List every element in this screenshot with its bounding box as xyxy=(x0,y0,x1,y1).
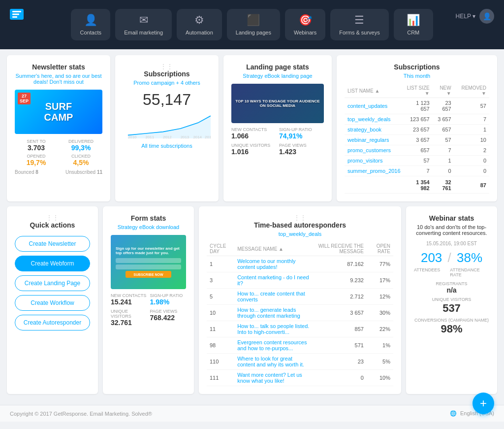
nav-item-crm[interactable]: 📊CRM xyxy=(394,9,433,40)
nav-item-email-marketing[interactable]: ✉Email marketing xyxy=(115,9,172,40)
landing-stats-card: Landing page stats Strategy eBook landin… xyxy=(223,55,332,201)
total-size: 1 354 982 xyxy=(404,176,433,194)
nav-items: 👤Contacts✉Email marketing⚙Automation⬛Lan… xyxy=(71,9,433,40)
table-row: 1Welcome to our monthly content updates!… xyxy=(207,256,393,272)
footer-copyright: Copyright © 2017 GetResponse. Email Mark… xyxy=(10,411,152,417)
table-row: top_weekly_deals123 6573 6577 xyxy=(345,114,489,125)
subscriptions-table: LIST NAME ▲ LIST SIZE ▼ NEW ▼ REMOVED ▼ … xyxy=(345,84,489,194)
nav-icon-email-marketing: ✉ xyxy=(139,14,148,27)
nav-item-webinars[interactable]: 🎯Webinars xyxy=(285,9,325,40)
col-list-name: LIST NAME ▲ xyxy=(345,84,404,98)
landing-page-views: PAGE VIEWS 1.423 xyxy=(279,143,324,156)
quick-actions-card: ⋮⋮ Quick actions Create NewsletterCreate… xyxy=(7,206,98,394)
svg-text:2010: 2010 xyxy=(128,135,137,138)
stat-bottom: Bounced 8 Unsubscribed 11 xyxy=(15,169,102,175)
col-cycle: CYCLE DAY xyxy=(207,242,234,256)
stat-delivered: DELIVERED 99,3% xyxy=(60,139,102,152)
nav-label-forms-surveys: Forms & surveys xyxy=(339,30,380,35)
subs-link[interactable]: All time subscriptions xyxy=(123,143,211,149)
total-label xyxy=(345,176,404,194)
autoresponders-table: CYCLE DAY MESSAGE NAME ▲ WILL RECEIVE TH… xyxy=(207,242,393,386)
nav-icon-landing-pages: ⬛ xyxy=(247,14,260,27)
nav-label-email-marketing: Email marketing xyxy=(124,30,163,35)
table-row: promo_visitors5710 xyxy=(345,156,489,166)
nav-label-landing-pages: Landing pages xyxy=(236,30,271,35)
webinar-registrants: REGISTRANTS n/a xyxy=(414,281,489,294)
autoresponders-card: ⋮⋮ Time-based autoresponders top_weekly_… xyxy=(199,206,401,394)
drag-handle-3: ⋮⋮ xyxy=(207,214,393,221)
date-badge: 27 SEP xyxy=(18,93,31,104)
fab-button[interactable]: + xyxy=(472,393,494,414)
svg-text:2011: 2011 xyxy=(145,135,154,138)
quick-title: Quick actions xyxy=(15,221,90,229)
webinar-title: Webinar stats xyxy=(414,214,489,222)
col-removed: REMOVED ▼ xyxy=(454,84,489,98)
footer: Copyright © 2017 GetResponse. Email Mark… xyxy=(0,405,504,422)
webinar-attendees-label: ATTENDEES xyxy=(414,267,440,277)
create-newsletter-button[interactable]: Create Newsletter xyxy=(15,236,90,252)
subs-chart-svg: 2010 2011 2012 2013 2014 2015 xyxy=(123,114,211,138)
nav-label-crm: CRM xyxy=(407,30,419,35)
create-landing-button[interactable]: Create Landing Page xyxy=(15,275,90,291)
top-navigation: HELP ▾ 👤 👤Contacts✉Email marketing⚙Autom… xyxy=(0,0,504,49)
nav-label-webinars: Webinars xyxy=(294,30,316,35)
table-row: 98Evergreen content resources and how to… xyxy=(207,337,393,354)
webinar-attendees-value: 203 xyxy=(421,250,442,265)
form-stats-grid: NEW CONTACTS 15.241 SIGN-UP RATIO 1.98% … xyxy=(111,293,186,327)
subs-big-number: 55,147 xyxy=(123,91,211,109)
newsletter-stats-grid: SENT TO 3.703 DELIVERED 99,3% OPENED 19,… xyxy=(15,139,102,166)
col-open: OPEN RATE xyxy=(367,242,393,256)
col-message: MESSAGE NAME ▲ xyxy=(234,242,314,256)
landing-title: Landing page stats xyxy=(231,63,324,71)
landing-unique-visitors: UNIQUE VISITORS 1.016 xyxy=(231,143,276,156)
landing-signup-ratio: SIGN-UP RATIO 74,91% xyxy=(279,127,324,140)
create-workflow-button[interactable]: Create Workflow xyxy=(15,295,90,311)
col-receive: WILL RECEIVE THE MESSAGE xyxy=(314,242,367,256)
svg-text:2012: 2012 xyxy=(163,135,172,138)
quick-buttons: Create NewsletterCreate WebformCreate La… xyxy=(15,236,90,330)
stat-sent: SENT TO 3.703 xyxy=(15,139,58,152)
user-avatar[interactable]: 👤 xyxy=(479,9,494,24)
create-webform-button[interactable]: Create Webform xyxy=(15,256,90,271)
logo[interactable] xyxy=(10,9,24,20)
subscriptions-table-card: Subscriptions This month LIST NAME ▲ LIS… xyxy=(337,55,497,201)
main-content: Newsletter stats Summer's here, and so a… xyxy=(0,49,504,405)
stat-clicked: CLICKED 4,5% xyxy=(60,154,102,166)
landing-subtitle: Strategy eBook landing page xyxy=(231,73,324,79)
webinar-big-numbers: 203 / 38% xyxy=(414,250,489,265)
subscriptions-chart-card: ⋮⋮ Subscriptions Promo campaign + 4 othe… xyxy=(115,55,219,201)
landing-thumb-text: TOP 10 WAYS TO ENGAGE YOUR AUDIENCE ON S… xyxy=(233,99,322,108)
svg-text:2014: 2014 xyxy=(193,135,202,138)
svg-text:2013: 2013 xyxy=(181,135,189,138)
webinar-labels: ATTENDEES ATTENDANCE RATE xyxy=(414,267,489,277)
landing-stats-grid: NEW CONTACTS 1.066 SIGN-UP RATIO 74,91% … xyxy=(231,127,324,156)
nav-icon-automation: ⚙ xyxy=(194,14,204,27)
nav-item-forms-surveys[interactable]: ☰Forms & surveys xyxy=(330,9,389,40)
nav-item-landing-pages[interactable]: ⬛Landing pages xyxy=(227,9,280,40)
nav-icon-contacts: 👤 xyxy=(84,14,97,27)
col-size: LIST SIZE ▼ xyxy=(404,84,433,98)
table-row: strategy_book23 6576571 xyxy=(345,125,489,135)
webinar-subtitle: 10 do's and don'ts of the top-converting… xyxy=(414,224,489,236)
table-row: promo_customers65772 xyxy=(345,145,489,156)
col-new: NEW ▼ xyxy=(433,84,454,98)
bottom-card-row: ⋮⋮ Quick actions Create NewsletterCreate… xyxy=(7,206,497,394)
webinar-attendance-rate: 38% xyxy=(457,250,482,265)
newsletter-title: Newsletter stats xyxy=(15,63,102,71)
help-label[interactable]: HELP ▾ xyxy=(456,13,475,20)
form-subtitle: Strategy eBook download xyxy=(111,224,186,230)
newsletter-image: 27 SEP SURFCAMP xyxy=(15,90,102,134)
webinar-rate-label: ATTENDANCE RATE xyxy=(450,267,489,277)
form-new-contacts: NEW CONTACTS 15.241 xyxy=(111,293,147,306)
nav-item-contacts[interactable]: 👤Contacts xyxy=(71,9,110,40)
form-stats-card: Form stats Strategy eBook download Sign … xyxy=(103,206,194,394)
form-signup-ratio: SIGN-UP RATIO 1.98% xyxy=(150,293,187,306)
svg-rect-2 xyxy=(12,16,17,18)
total-removed: 87 xyxy=(454,176,489,194)
drag-handle-2: ⋮⋮ xyxy=(15,214,90,221)
webinar-unique-visitors: UNIQUE VISITORS 537 xyxy=(414,297,489,315)
nav-item-automation[interactable]: ⚙Automation xyxy=(177,9,222,40)
bounced: Bounced 8 xyxy=(15,169,38,175)
stat-opened: OPENED 19,7% xyxy=(15,154,58,166)
create-autoresponder-button[interactable]: Create Autoresponder xyxy=(15,315,90,330)
